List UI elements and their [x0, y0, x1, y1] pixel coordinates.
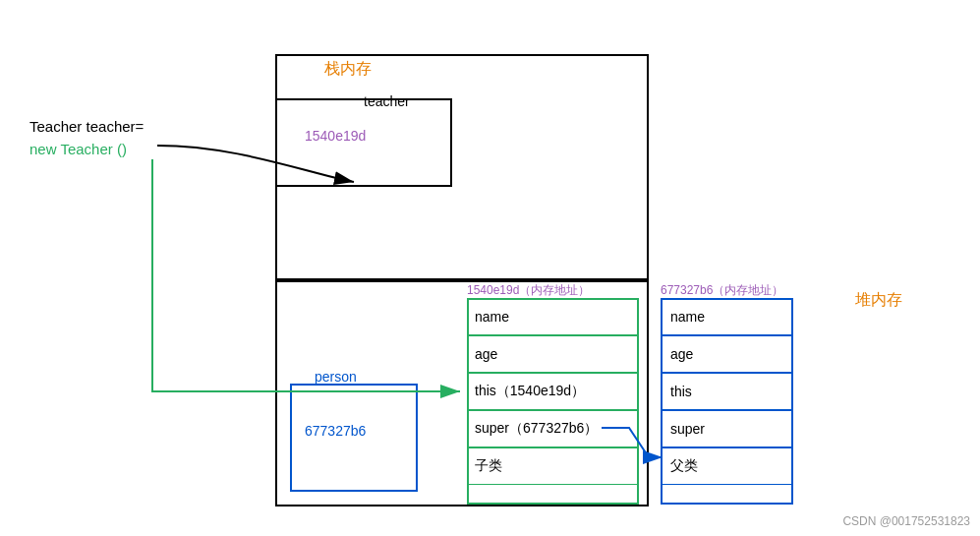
parent-row-super: super: [661, 410, 793, 447]
code-line1: Teacher teacher=: [29, 118, 144, 135]
code-line2: new Teacher (): [29, 141, 127, 157]
teacher-row-age: age: [467, 335, 639, 373]
stack-label: 栈内存: [324, 59, 372, 80]
teacher-row-subclass: 子类: [467, 447, 639, 485]
teacher-var-label: teacher: [364, 93, 410, 109]
parent-row-this: this: [661, 373, 793, 410]
parent-obj-address: 677327b6（内存地址）: [661, 282, 783, 299]
heap-label: 堆内存: [855, 290, 902, 311]
person-value: 677327b6: [305, 423, 366, 439]
teacher-row-super: super（677327b6）: [467, 410, 639, 447]
watermark: CSDN @001752531823: [842, 514, 970, 528]
parent-row-age: age: [661, 335, 793, 373]
teacher-var-value: 1540e19d: [305, 128, 366, 144]
person-label: person: [315, 369, 357, 385]
parent-row-parent: 父类: [661, 447, 793, 485]
teacher-row-this: this（1540e19d）: [467, 373, 639, 410]
teacher-obj-address: 1540e19d（内存地址）: [467, 282, 590, 299]
parent-row-name: name: [661, 298, 793, 335]
teacher-row-name: name: [467, 298, 639, 335]
